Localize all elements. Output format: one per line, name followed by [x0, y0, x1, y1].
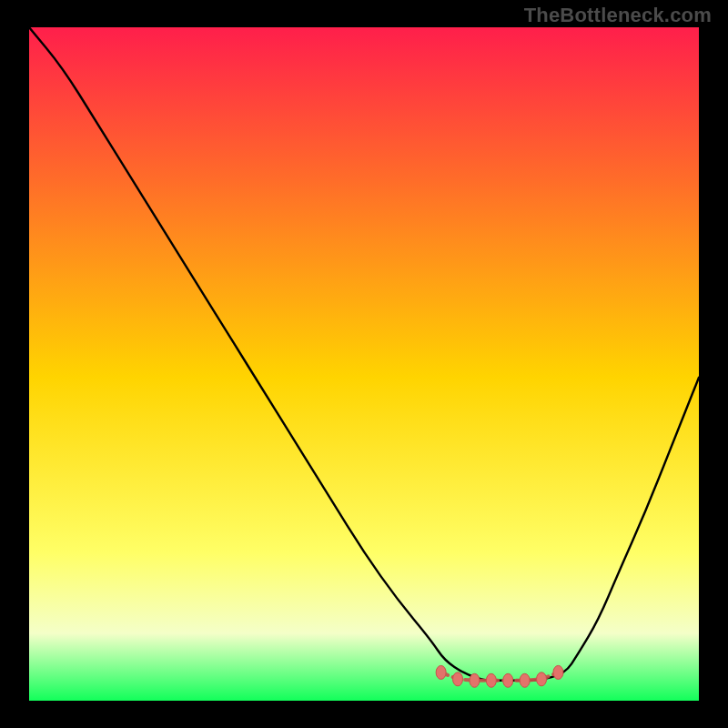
svg-point-7	[537, 672, 547, 686]
chart-frame: TheBottleneck.com	[0, 0, 728, 728]
svg-rect-0	[29, 27, 699, 701]
watermark-text: TheBottleneck.com	[524, 4, 712, 27]
bottleneck-chart	[29, 27, 699, 701]
chart-svg	[29, 27, 699, 701]
svg-point-3	[470, 673, 480, 687]
svg-point-2	[453, 672, 463, 686]
svg-point-1	[436, 665, 446, 679]
svg-point-5	[503, 673, 513, 687]
svg-point-8	[553, 665, 563, 679]
svg-point-6	[520, 673, 530, 687]
svg-point-4	[486, 673, 496, 687]
